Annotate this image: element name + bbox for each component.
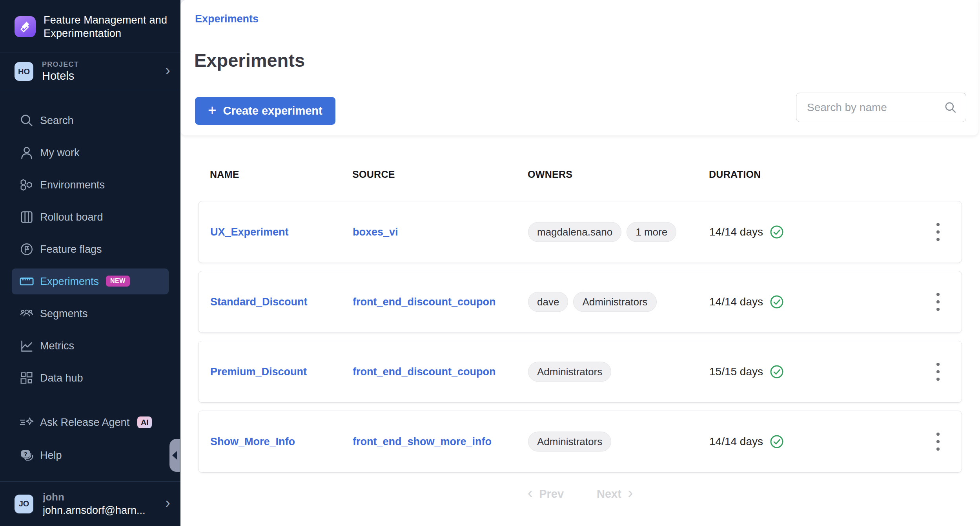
experiment-name-link[interactable]: UX_Experiment [210,226,289,238]
page-header: Experiments Experiments + Create experim… [180,0,978,135]
app-title: Feature Management and Experimentation [44,13,169,40]
duration-cell: 14/14 days [709,294,785,310]
project-label: PROJECT [42,60,79,69]
sidebar-nav-footer: Ask Release AgentAI?Help [12,409,169,475]
breadcrumb[interactable]: Experiments [195,13,259,25]
owners-cell: magdalena.sano1 more [528,222,676,242]
experiment-name-link[interactable]: Premium_Discount [210,366,307,378]
row-menu-button[interactable] [929,424,947,459]
duration-value: 15/15 days [709,365,763,378]
duration-value: 14/14 days [709,226,763,238]
sidebar-item-ask-release-agent[interactable]: Ask Release AgentAI [12,409,169,435]
sidebar-item-segments[interactable]: Segments [12,301,169,327]
owners-cell: Administrators [528,432,611,452]
sidebar-item-rollout-board[interactable]: Rollout board [12,204,169,230]
column-header-name: NAME [210,169,239,180]
sidebar-item-label: Help [40,449,62,462]
prev-page-button[interactable]: ‹ Prev [528,486,564,502]
rollout-board-icon [19,209,35,225]
create-experiment-button[interactable]: + Create experiment [195,97,335,125]
help-icon: ? [19,447,35,463]
check-circle-icon [769,434,785,449]
user-account[interactable]: JO john john.arnsdorf@harn... › [0,481,180,526]
main-content: Experiments Experiments + Create experim… [180,0,980,526]
experiment-name-link[interactable]: Standard_Discount [210,296,308,308]
row-menu-button[interactable] [929,354,947,389]
sidebar-item-metrics[interactable]: Metrics [12,333,169,359]
app-header: Feature Management and Experimentation [0,0,180,53]
sidebar-item-my-work[interactable]: My work [12,140,169,166]
owners-cell: Administrators [528,362,611,382]
sidebar: Feature Management and Experimentation H… [0,0,180,526]
check-circle-icon [769,224,785,240]
owner-pill: Administrators [528,432,611,452]
owners-cell: daveAdministrators [528,292,657,312]
experiment-row: Show_More_Infofront_end_show_more_infoAd… [198,411,962,473]
duration-cell: 14/14 days [709,434,785,449]
experiment-row: UX_Experimentboxes_vimagdalena.sano1 mor… [198,201,962,263]
sidebar-item-data-hub[interactable]: Data hub [12,365,169,391]
sidebar-item-label: Search [40,115,74,127]
experiments-icon [19,274,35,289]
check-circle-icon [769,364,785,380]
search-box [796,93,966,122]
search-icon [19,113,35,128]
duration-value: 14/14 days [709,296,763,308]
app-logo-icon[interactable] [15,16,36,37]
duration-cell: 14/14 days [709,224,785,240]
project-name: Hotels [42,69,79,82]
sidebar-item-label: Experiments [40,276,99,288]
chevron-left-icon [172,451,177,460]
sidebar-item-label: Ask Release Agent [40,416,129,429]
chevron-right-icon: › [628,485,633,500]
sidebar-item-label: Metrics [40,340,74,352]
owner-pill: magdalena.sano [528,222,621,242]
row-menu-button[interactable] [929,214,947,250]
owner-pill: Administrators [573,292,656,312]
experiment-row: Premium_Discountfront_end_discount_coupo… [198,341,962,403]
sidebar-item-label: Environments [40,179,105,191]
sidebar-item-feature-flags[interactable]: Feature flags [12,236,169,262]
user-avatar: JO [15,495,33,513]
sidebar-item-environments[interactable]: Environments [12,172,169,198]
feature-flags-icon [19,241,35,257]
chevron-left-icon: ‹ [528,485,533,500]
user-icon [19,145,35,161]
segments-icon [19,306,35,321]
user-email: john.arnsdorf@harn... [43,504,146,517]
owner-pill: 1 more [627,222,676,242]
experiment-source-link[interactable]: front_end_show_more_info [353,436,492,448]
owner-pill: dave [528,292,568,312]
svg-text:?: ? [24,451,27,457]
chevron-right-icon: › [165,63,170,78]
sidebar-item-label: Rollout board [40,211,103,223]
plus-icon: + [208,103,217,117]
pagination: ‹ Prev Next › [180,486,980,502]
sidebar-item-label: My work [40,147,80,159]
metrics-icon [19,338,35,354]
column-header-duration: DURATION [709,169,761,180]
sidebar-item-experiments[interactable]: ExperimentsNEW [12,268,169,294]
sidebar-item-search[interactable]: Search [12,108,169,133]
page-title: Experiments [194,49,305,71]
sidebar-collapse-handle[interactable] [169,439,180,472]
search-input[interactable] [796,93,966,122]
experiment-source-link[interactable]: front_end_discount_coupon [353,366,496,378]
sidebar-item-help[interactable]: ?Help [12,442,169,468]
chevron-right-icon: › [165,495,170,510]
sidebar-item-label: Segments [40,308,88,320]
check-circle-icon [769,294,785,310]
experiment-source-link[interactable]: front_end_discount_coupon [353,296,496,308]
owner-pill: Administrators [528,362,611,382]
project-selector[interactable]: HO PROJECT Hotels › [0,53,180,90]
user-name: john [43,491,146,503]
experiment-source-link[interactable]: boxes_vi [353,226,398,238]
row-menu-button[interactable] [929,284,947,320]
experiment-name-link[interactable]: Show_More_Info [210,436,295,448]
project-avatar: HO [15,62,33,81]
data-hub-icon [19,370,35,386]
column-header-owners: OWNERS [528,169,572,180]
sidebar-item-label: Data hub [40,372,83,384]
environments-icon [19,177,35,193]
next-page-button[interactable]: Next › [597,486,633,502]
